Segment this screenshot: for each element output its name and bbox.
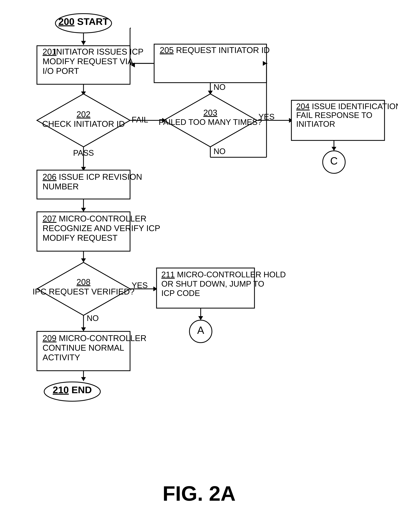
svg-text:202: 202 [77,110,90,119]
svg-text:211  MICRO-CONTROLLER HOLD: 211 MICRO-CONTROLLER HOLD [161,270,286,279]
svg-text:205   REQUEST INITIATOR ID: 205 REQUEST INITIATOR ID [160,45,270,55]
svg-text:NO: NO [213,147,225,156]
svg-text:ICP CODE: ICP CODE [161,289,200,298]
node-205: 205 REQUEST INITIATOR ID [154,44,270,83]
svg-text:C: C [330,155,338,167]
svg-text:FAIL: FAIL [132,115,148,124]
svg-text:203: 203 [203,108,217,117]
svg-text:INITIATOR: INITIATOR [296,120,335,128]
svg-text:NO: NO [213,83,225,92]
svg-text:MODIFY REQUEST VIA: MODIFY REQUEST VIA [43,57,133,66]
svg-text:208: 208 [77,277,90,287]
svg-text:ACTIVITY: ACTIVITY [43,353,80,362]
node-206: 206 ISSUE ICP REVISION NUMBER [37,170,142,199]
svg-text:NUMBER: NUMBER [43,182,79,191]
svg-text:OR SHUT DOWN, JUMP TO: OR SHUT DOWN, JUMP TO [161,279,264,288]
node-201: 201 INITIATOR ISSUES ICP MODIFY REQUEST … [37,46,143,84]
node-204: 204 ISSUE IDENTIFICATION FAIL RESPONSE T… [291,100,398,140]
connector-c: C [323,151,345,173]
svg-text:FAIL RESPONSE TO: FAIL RESPONSE TO [296,111,372,120]
svg-text:A: A [197,324,204,336]
svg-text:RECOGNIZE AND VERIFY ICP: RECOGNIZE AND VERIFY ICP [43,224,160,233]
node-210-end: 210 END [44,382,100,401]
svg-text:206  ISSUE ICP REVISION: 206 ISSUE ICP REVISION [43,172,142,182]
svg-text:210 END: 210 END [53,385,92,395]
svg-text:MODIFY REQUEST: MODIFY REQUEST [43,233,117,242]
connector-a: A [189,320,212,343]
node-200-start: 200 START [55,14,112,33]
svg-text:CHECK INITIATOR ID: CHECK INITIATOR ID [42,119,125,128]
figure-label: FIG. 2A [162,482,236,505]
diagram-container: 200 START 201 INITIATOR ISSUES ICP MODIF… [0,0,398,532]
svg-text:FAILED TOO MANY TIMES?: FAILED TOO MANY TIMES? [159,118,262,127]
svg-text:200 START: 200 START [58,16,109,27]
svg-text:CONTINUE NORMAL: CONTINUE NORMAL [43,343,124,352]
node-209: 209 MICRO-CONTROLLER CONTINUE NORMAL ACT… [37,331,146,371]
svg-text:NO: NO [87,314,99,323]
svg-text:204  ISSUE IDENTIFICATION: 204 ISSUE IDENTIFICATION [296,102,398,111]
svg-text:209  MICRO-CONTROLLER: 209 MICRO-CONTROLLER [43,334,146,343]
svg-text:IPC REQUEST VERIFIED?: IPC REQUEST VERIFIED? [32,287,135,296]
svg-text:207  MICRO-CONTROLLER: 207 MICRO-CONTROLLER [43,214,146,223]
svg-text:I/O PORT: I/O PORT [43,66,79,76]
